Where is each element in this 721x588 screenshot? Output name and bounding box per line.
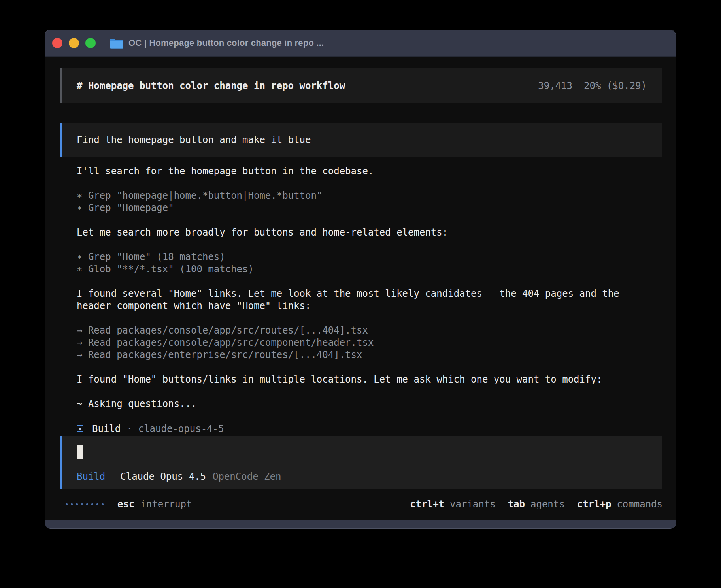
esc-label: interrupt [140,499,192,510]
terminal-content: # Homepage button color change in repo w… [45,57,676,520]
session-title: # Homepage button color change in repo w… [77,80,345,91]
user-message: Find the homepage button and make it blu… [60,123,662,157]
agent-status-separator: · [126,423,132,434]
session-stats: 39,413 20% ($0.29) [538,80,647,91]
agent-status: Build · claude-opus-4-5 [77,422,640,435]
hint-label: variants [450,499,496,510]
tool-call-read: → Read packages/console/app/src/componen… [77,337,640,349]
tool-call-grep: ∗ Grep "Home" (18 matches) [77,251,640,263]
assistant-text: I'll search for the homepage button in t… [77,165,640,177]
titlebar[interactable]: OC | Homepage button color change in rep… [45,30,676,57]
folder-icon [110,38,123,49]
keyboard-hints: ctrl+t variants tab agents ctrl+p comman… [410,499,662,510]
spinner-dot [66,503,68,505]
user-message-text: Find the homepage button and make it blu… [77,134,311,145]
minimize-button[interactable] [69,38,79,48]
terminal-window: OC | Homepage button color change in rep… [45,30,676,529]
prompt-input[interactable]: Build Claude Opus 4.5 OpenCode Zen [60,436,662,489]
hint-label: commands [617,499,662,510]
hint-variants: ctrl+t variants [410,499,495,510]
hint-key: tab [508,499,525,510]
window-title: OC | Homepage button color change in rep… [128,38,324,48]
esc-key-hint: esc [117,499,134,510]
spinner-dots [66,503,104,505]
maximize-button[interactable] [85,38,96,48]
tool-call-grep: ∗ Grep "Homepage" [77,202,640,214]
hint-agents: tab agents [508,499,565,510]
spinner-dot [81,503,83,505]
agent-model: claude-opus-4-5 [138,423,224,434]
token-count: 39,413 [538,80,572,91]
agent-badge[interactable]: Build [77,471,105,482]
traffic-lights [52,38,96,48]
provider-name: OpenCode Zen [213,471,281,482]
hint-commands: ctrl+p commands [577,499,662,510]
session-header: # Homepage button color change in repo w… [60,68,662,103]
tool-call-read: → Read packages/enterprise/src/routes/[.… [77,349,640,361]
agent-name: Build [92,423,121,434]
window-bottom-bar [45,520,676,528]
input-status-row: Build Claude Opus 4.5 OpenCode Zen [77,471,648,482]
spinner-dot [86,503,88,505]
hint-key: ctrl+t [410,499,444,510]
spinner-dot [76,503,78,505]
close-button[interactable] [52,38,62,48]
spinner-dot [96,503,98,505]
assistant-text: I found "Home" buttons/links in multiple… [77,373,640,386]
spinner-dot [71,503,73,505]
spinner-dot [91,503,93,505]
spinner-dot [102,503,104,505]
tool-call-read: → Read packages/console/app/src/routes/[… [77,324,640,337]
model-name[interactable]: Claude Opus 4.5 [120,471,206,482]
hint-label: agents [530,499,565,510]
tool-call-glob: ∗ Glob "**/*.tsx" (100 matches) [77,263,640,275]
status-bar: esc interrupt ctrl+t variants tab agents… [60,489,662,520]
tool-call-grep: ∗ Grep "homepage|home.*button|Home.*butt… [77,190,640,202]
text-cursor [77,445,83,459]
transcript: I'll search for the homepage button in t… [60,165,640,435]
assistant-text: I found several "Home" links. Let me loo… [77,288,640,312]
asking-questions-status: ~ Asking questions... [77,398,640,410]
assistant-text: Let me search more broadly for buttons a… [77,226,640,239]
context-cost: 20% ($0.29) [584,80,647,91]
hint-key: ctrl+p [577,499,612,510]
build-square-icon [77,425,83,432]
